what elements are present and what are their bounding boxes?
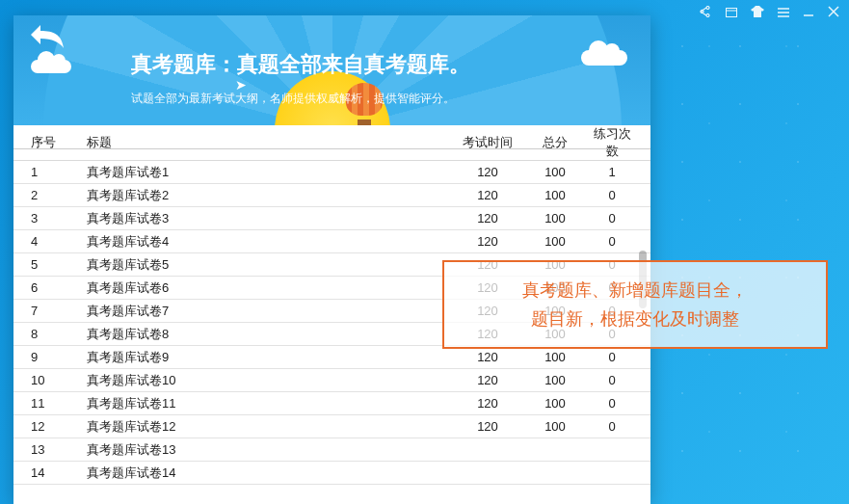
cell-seq: 1 — [13, 161, 81, 184]
cell-time: 120 — [450, 346, 525, 369]
minimize-icon[interactable] — [803, 6, 814, 20]
cell-score: 100 — [525, 161, 585, 184]
table-row[interactable]: 2真考题库试卷21201000 — [13, 184, 650, 207]
cell-attempts: 0 — [585, 346, 650, 369]
cell-time: 120 — [450, 161, 525, 184]
table-row[interactable]: 10真考题库试卷101201000 — [13, 369, 650, 392]
cell-seq: 5 — [13, 253, 81, 277]
table-divider — [13, 148, 650, 149]
menu-icon[interactable] — [778, 7, 789, 20]
table-row[interactable]: 11真考题库试卷111201000 — [13, 392, 650, 415]
cell-attempts: 0 — [585, 392, 650, 415]
cell-time — [450, 462, 525, 485]
cell-seq: 11 — [13, 392, 81, 415]
cell-score: 100 — [525, 207, 585, 230]
svg-rect-0 — [727, 8, 737, 16]
table-row[interactable]: 14真考题库试卷14 — [13, 462, 650, 485]
cell-attempts — [585, 438, 650, 462]
cell-attempts: 0 — [585, 415, 650, 438]
cell-score — [525, 438, 585, 462]
cursor-icon: ➤ — [235, 77, 247, 93]
col-title: 标题 — [81, 125, 450, 161]
cell-title: 真考题库试卷14 — [81, 462, 450, 485]
cell-title: 真考题库试卷9 — [81, 346, 450, 369]
cell-title: 真考题库试卷10 — [81, 369, 450, 392]
cell-score: 100 — [525, 392, 585, 415]
cell-attempts: 0 — [585, 207, 650, 230]
cell-seq: 12 — [13, 415, 81, 438]
cell-title: 真考题库试卷12 — [81, 415, 450, 438]
cell-attempts: 0 — [585, 369, 650, 392]
cell-seq: 3 — [13, 207, 81, 230]
cell-seq: 2 — [13, 184, 81, 207]
cell-time: 120 — [450, 230, 525, 253]
callout-box: 真考题库、新增题库题目全， 题目新，根据变化及时调整 — [442, 260, 828, 349]
cell-time: 120 — [450, 369, 525, 392]
cell-time: 120 — [450, 207, 525, 230]
cell-title: 真考题库试卷2 — [81, 184, 450, 207]
callout-line2: 题目新，根据变化及时调整 — [531, 305, 739, 333]
cell-attempts: 0 — [585, 184, 650, 207]
cell-score: 100 — [525, 415, 585, 438]
cell-title: 真考题库试卷3 — [81, 207, 450, 230]
table-header-row: 序号 标题 考试时间 总分 练习次数 — [13, 125, 650, 161]
cell-attempts: 1 — [585, 161, 650, 184]
cell-seq: 14 — [13, 462, 81, 485]
cell-seq: 4 — [13, 230, 81, 253]
cell-seq: 9 — [13, 346, 81, 369]
cell-time: 120 — [450, 392, 525, 415]
cell-score: 100 — [525, 184, 585, 207]
cell-attempts: 0 — [585, 230, 650, 253]
window-toolbar — [699, 6, 839, 20]
cell-seq: 8 — [13, 323, 81, 346]
cell-title: 真考题库试卷7 — [81, 300, 450, 323]
callout-line1: 真考题库、新增题库题目全， — [522, 276, 748, 305]
cell-title: 真考题库试卷5 — [81, 253, 450, 277]
cell-seq: 13 — [13, 438, 81, 462]
cell-score: 100 — [525, 346, 585, 369]
table-row[interactable]: 4真考题库试卷41201000 — [13, 230, 650, 253]
hero-title: 真考题库：真题全部来自真考题库。 — [131, 50, 470, 79]
table-row[interactable]: 12真考题库试卷121201000 — [13, 415, 650, 438]
cell-time: 120 — [450, 415, 525, 438]
cell-title: 真考题库试卷8 — [81, 323, 450, 346]
col-score: 总分 — [525, 125, 585, 161]
cell-title: 真考题库试卷13 — [81, 438, 450, 462]
cell-title: 真考题库试卷11 — [81, 392, 450, 415]
cloud-icon — [31, 60, 71, 73]
col-seq: 序号 — [13, 125, 81, 161]
cell-seq: 10 — [13, 369, 81, 392]
cell-time — [450, 438, 525, 462]
cell-score: 100 — [525, 230, 585, 253]
table-row[interactable]: 13真考题库试卷13 — [13, 438, 650, 462]
hero-subtitle: 试题全部为最新考试大纲，名师提供权威解析，提供智能评分。 — [131, 91, 470, 107]
cell-time: 120 — [450, 184, 525, 207]
cell-title: 真考题库试卷6 — [81, 277, 450, 300]
close-icon[interactable] — [828, 6, 839, 20]
hero-banner: 真考题库：真题全部来自真考题库。 试题全部为最新考试大纲，名师提供权威解析，提供… — [13, 15, 650, 125]
back-button[interactable] — [27, 21, 67, 54]
table-row[interactable]: 1真考题库试卷11201001 — [13, 161, 650, 184]
share-icon[interactable] — [699, 6, 712, 20]
cell-title: 真考题库试卷4 — [81, 230, 450, 253]
cell-seq: 7 — [13, 300, 81, 323]
col-attempts: 练习次数 — [585, 125, 650, 161]
skin-icon[interactable] — [751, 6, 764, 20]
col-time: 考试时间 — [450, 125, 525, 161]
cell-score: 100 — [525, 369, 585, 392]
table-row[interactable]: 9真考题库试卷91201000 — [13, 346, 650, 369]
cell-attempts — [585, 462, 650, 485]
table-row[interactable]: 3真考题库试卷31201000 — [13, 207, 650, 230]
cell-seq: 6 — [13, 277, 81, 300]
cloud-icon — [581, 50, 627, 66]
cell-score — [525, 462, 585, 485]
cell-title: 真考题库试卷1 — [81, 161, 450, 184]
window-icon[interactable] — [726, 7, 737, 20]
